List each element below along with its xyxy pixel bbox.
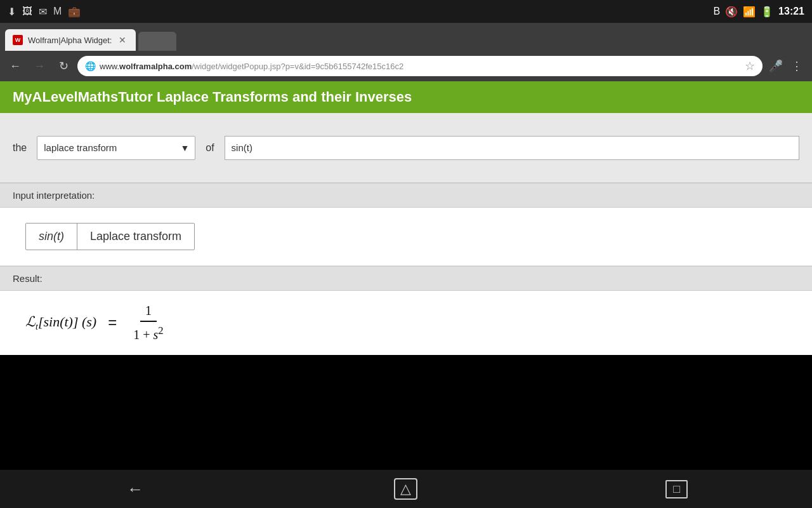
image-icon: 🖼 bbox=[22, 6, 32, 17]
result-content: ℒt[sin(t)] (s) = 1 1 + s2 bbox=[0, 291, 812, 355]
address-text: www.wolframalpha.com/widget/widgetPopup.… bbox=[100, 62, 741, 71]
interp-transform: Laplace transform bbox=[77, 224, 194, 250]
home-nav-icon: △ bbox=[394, 478, 417, 500]
input-interpretation-label: Input interpretation: bbox=[13, 190, 95, 201]
reload-button[interactable]: ↻ bbox=[53, 56, 74, 76]
input-interpretation-header: Input interpretation: bbox=[0, 183, 812, 208]
microphone-icon[interactable]: 🎤 bbox=[769, 59, 783, 73]
result-header: Result: bbox=[0, 266, 812, 291]
bluetooth-icon: B bbox=[713, 6, 720, 17]
address-bar[interactable]: 🌐 www.wolframalpha.com/widget/widgetPopu… bbox=[77, 56, 763, 76]
widget-header-title: MyALevelMathsTutor Laplace Transforms an… bbox=[13, 89, 412, 105]
globe-icon: 🌐 bbox=[85, 61, 96, 71]
address-path: /widget/widgetPopup.jsp?p=v&id=9c5b61557… bbox=[192, 62, 403, 71]
wifi-icon: 📶 bbox=[743, 6, 756, 18]
tab-close-button[interactable]: ✕ bbox=[117, 34, 128, 46]
address-bar-row: ← → ↻ 🌐 www.wolframalpha.com/widget/widg… bbox=[0, 51, 812, 81]
overflow-menu-button[interactable]: ⋮ bbox=[787, 56, 807, 76]
page-content: MyALevelMathsTutor Laplace Transforms an… bbox=[0, 81, 812, 355]
active-tab[interactable]: W Wolfram|Alpha Widget: ✕ bbox=[5, 29, 136, 51]
gmail-icon: M bbox=[53, 6, 62, 17]
recents-nav-button[interactable]: □ bbox=[652, 475, 702, 503]
inactive-tab[interactable] bbox=[138, 32, 176, 51]
forward-button[interactable]: → bbox=[29, 56, 49, 76]
results-area: Input interpretation: sin(t) Laplace tra… bbox=[0, 183, 812, 355]
bottom-nav: ← △ □ bbox=[0, 470, 812, 508]
status-bar: ⬇ 🖼 ✉ M 💼 B 🔇 📶 🔋 13:21 bbox=[0, 0, 812, 23]
address-domain: www.wolframalpha.com bbox=[100, 62, 192, 71]
input-interpretation-content: sin(t) Laplace transform bbox=[0, 208, 812, 266]
transform-select[interactable]: laplace transform inverse laplace transf… bbox=[37, 136, 195, 160]
status-bar-right: B 🔇 📶 🔋 13:21 bbox=[713, 6, 804, 18]
function-input[interactable] bbox=[225, 136, 799, 160]
download-icon: ⬇ bbox=[8, 6, 16, 18]
email-icon: ✉ bbox=[39, 6, 47, 18]
home-nav-button[interactable]: △ bbox=[381, 475, 431, 503]
recents-nav-icon: □ bbox=[665, 480, 688, 498]
status-bar-left: ⬇ 🖼 ✉ M 💼 bbox=[8, 6, 81, 18]
bookmark-star-icon[interactable]: ☆ bbox=[745, 59, 755, 73]
widget-header: MyALevelMathsTutor Laplace Transforms an… bbox=[0, 81, 812, 113]
battery-icon: 🔋 bbox=[761, 6, 773, 18]
transform-select-wrapper[interactable]: laplace transform inverse laplace transf… bbox=[37, 136, 195, 160]
back-nav-icon: ← bbox=[127, 479, 143, 499]
formula-equals: = bbox=[108, 314, 117, 331]
widget-area: the laplace transform inverse laplace tr… bbox=[0, 113, 812, 183]
fraction-numerator: 1 bbox=[140, 304, 157, 322]
formula: ℒt[sin(t)] (s) = 1 1 + s2 bbox=[25, 304, 169, 342]
status-time: 13:21 bbox=[778, 6, 804, 17]
result-label: Result: bbox=[13, 273, 43, 284]
tab-favicon: W bbox=[13, 35, 23, 45]
interpretation-box: sin(t) Laplace transform bbox=[25, 223, 195, 250]
tab-bar: W Wolfram|Alpha Widget: ✕ bbox=[0, 23, 812, 51]
the-label: the bbox=[13, 142, 27, 154]
back-button[interactable]: ← bbox=[5, 56, 25, 76]
formula-lhs: ℒt[sin(t)] (s) bbox=[25, 314, 96, 332]
tab-title: Wolfram|Alpha Widget: bbox=[28, 36, 112, 45]
browser-chrome: W Wolfram|Alpha Widget: ✕ ← → ↻ 🌐 www.wo… bbox=[0, 23, 812, 81]
fraction-denominator: 1 + s2 bbox=[128, 322, 168, 342]
interp-function: sin(t) bbox=[26, 224, 77, 250]
of-label: of bbox=[206, 142, 214, 154]
back-nav-button[interactable]: ← bbox=[110, 475, 160, 503]
briefcase-icon: 💼 bbox=[68, 6, 81, 18]
formula-fraction: 1 1 + s2 bbox=[128, 304, 168, 342]
mute-icon: 🔇 bbox=[725, 6, 738, 18]
